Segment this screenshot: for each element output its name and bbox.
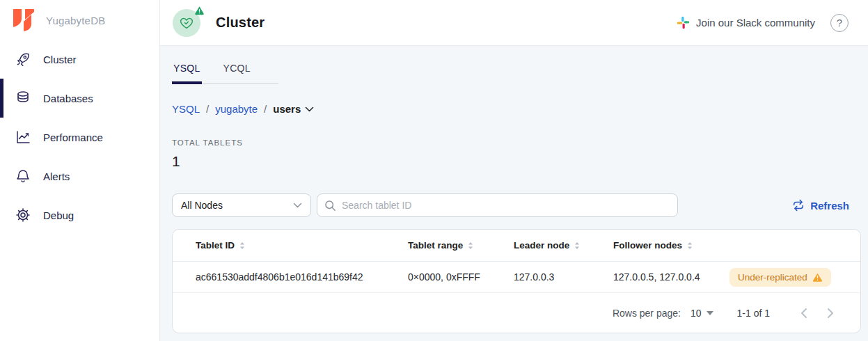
column-header-tablet-id[interactable]: Tablet ID (196, 240, 408, 251)
chevron-down-icon (305, 106, 314, 112)
table-header-row: Tablet ID Tablet range Leader node Follo… (173, 230, 860, 262)
chevron-right-icon (827, 308, 834, 319)
column-header-follower-nodes[interactable]: Follower nodes (613, 240, 729, 251)
slack-icon (677, 16, 690, 29)
sidebar-item-label: Cluster (43, 54, 77, 65)
page-header: Cluster Join our Slack community ? (160, 0, 868, 46)
sidebar: YugabyteDB Cluster (0, 0, 160, 341)
search-input[interactable] (342, 200, 670, 211)
rocket-icon (15, 51, 31, 68)
sort-icon (239, 241, 246, 250)
warning-triangle-icon (812, 273, 823, 282)
bell-icon (15, 168, 31, 184)
content: YSQL YCQL YSQL / yugabyte / users TOTAL … (160, 46, 868, 333)
chevron-down-icon (293, 203, 302, 208)
sidebar-item-label: Databases (43, 93, 93, 104)
refresh-icon (792, 199, 805, 212)
column-header-tablet-range[interactable]: Tablet range (408, 240, 514, 251)
pagination: Rows per page: 10 1-1 of 1 (173, 293, 860, 333)
database-icon (15, 90, 31, 106)
yugabytedb-logo-icon (8, 7, 36, 35)
search-icon (324, 200, 336, 212)
rows-per-page-select[interactable]: 10 (691, 308, 713, 319)
previous-page-button[interactable] (791, 300, 817, 326)
breadcrumb-table-name: users (273, 103, 301, 115)
table-controls: All Nodes (172, 193, 862, 217)
help-icon[interactable]: ? (830, 14, 849, 32)
cell-follower-nodes: 127.0.0.5, 127.0.0.4 (613, 271, 729, 283)
refresh-label: Refresh (810, 200, 849, 212)
slack-community-link[interactable]: Join our Slack community (677, 16, 815, 29)
cell-leader-node: 127.0.0.3 (514, 271, 613, 283)
breadcrumb-separator: / (206, 103, 209, 115)
warning-badge-icon (194, 6, 205, 18)
tablet-search (317, 193, 678, 217)
breadcrumb-database-link[interactable]: yugabyte (215, 103, 258, 115)
cell-tablet-id: ac661530addf4806b1e016d141b69f42 (196, 271, 408, 283)
cell-tablet-range: 0×0000, 0xFFFF (408, 271, 514, 283)
sidebar-item-performance[interactable]: Performance (0, 118, 159, 157)
sidebar-item-label: Debug (43, 209, 74, 221)
sidebar-item-cluster[interactable]: Cluster (0, 40, 159, 79)
sort-icon (574, 241, 581, 250)
refresh-button[interactable]: Refresh (792, 199, 849, 212)
gear-icon (15, 207, 31, 223)
sidebar-item-label: Alerts (43, 170, 70, 182)
next-page-button[interactable] (817, 300, 844, 326)
api-tabs: YSQL YCQL (172, 55, 278, 84)
sidebar-item-databases[interactable]: Databases (0, 79, 159, 118)
chevron-left-icon (800, 308, 807, 319)
page-title: Cluster (216, 15, 265, 31)
cluster-health-avatar (173, 9, 200, 37)
pagination-range: 1-1 of 1 (737, 308, 770, 319)
breadcrumb-table-dropdown[interactable]: users (273, 103, 314, 115)
caret-down-icon (707, 311, 713, 315)
tablets-table-card: Tablet ID Tablet range Leader node Follo… (172, 229, 861, 333)
app-window: YugabyteDB Cluster (0, 0, 868, 341)
chart-icon (15, 129, 31, 145)
nodes-filter-value: All Nodes (181, 200, 223, 211)
tab-ysql[interactable]: YSQL (172, 55, 202, 83)
status-badge: Under-replicated (729, 268, 831, 287)
sidebar-item-debug[interactable]: Debug (0, 196, 159, 235)
table-row[interactable]: ac661530addf4806b1e016d141b69f42 0×0000,… (173, 262, 860, 293)
sort-icon (467, 241, 474, 250)
tab-ycql[interactable]: YCQL (222, 55, 252, 83)
total-tablets-label: TOTAL TABLETS (172, 138, 862, 147)
heart-check-icon (179, 15, 194, 31)
breadcrumb: YSQL / yugabyte / users (172, 103, 862, 115)
slack-link-label: Join our Slack community (696, 17, 815, 29)
sidebar-item-alerts[interactable]: Alerts (0, 157, 159, 196)
column-header-leader-node[interactable]: Leader node (514, 240, 613, 251)
nodes-filter-select[interactable]: All Nodes (172, 193, 311, 217)
rows-per-page-label: Rows per page: (613, 308, 681, 319)
sort-icon (686, 241, 693, 250)
status-badge-label: Under-replicated (738, 272, 807, 283)
total-tablets-value: 1 (172, 153, 862, 170)
breadcrumb-separator: / (264, 103, 267, 115)
sidebar-item-label: Performance (43, 132, 103, 143)
main-area: Cluster Join our Slack community ? (160, 0, 868, 341)
header-actions: Join our Slack community ? (677, 14, 849, 32)
rows-per-page-value: 10 (691, 308, 702, 319)
brand-header: YugabyteDB (0, 0, 159, 40)
brand-name: YugabyteDB (46, 15, 105, 26)
breadcrumb-root-link[interactable]: YSQL (172, 103, 200, 115)
